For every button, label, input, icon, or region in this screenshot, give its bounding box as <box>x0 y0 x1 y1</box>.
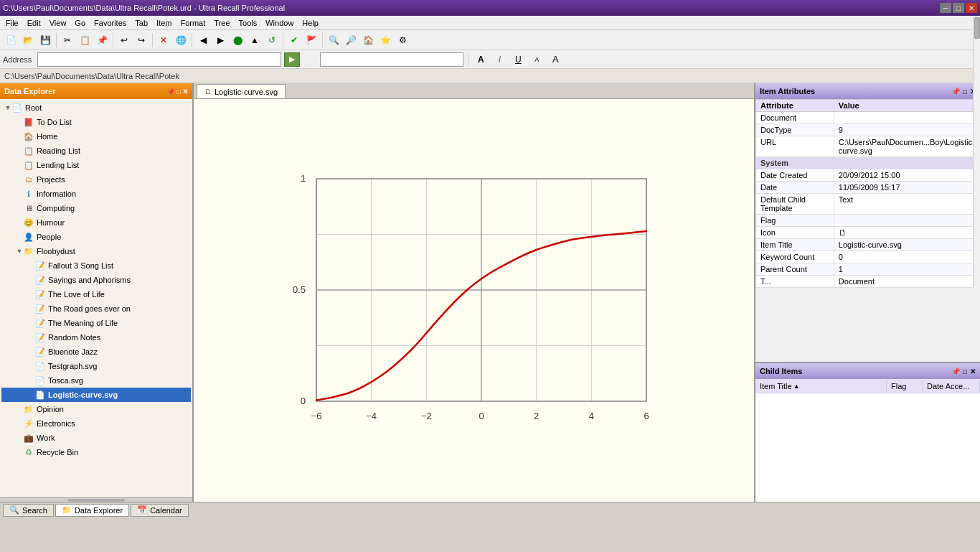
menu-item-file[interactable]: File <box>1 17 23 29</box>
attr-pin-btn[interactable]: 📌 <box>951 88 960 95</box>
secondary-input[interactable] <box>320 52 463 67</box>
menu-item-favorites[interactable]: Favorites <box>90 17 131 29</box>
tree-item-testgraph[interactable]: 📄Testgraph.svg <box>1 359 191 373</box>
expand-btn-loveoflife[interactable] <box>27 291 34 298</box>
underline-btn[interactable]: U <box>510 52 526 67</box>
tree-item-todo[interactable]: 📕To Do List <box>1 115 191 129</box>
font-size-btn2[interactable]: A <box>547 52 563 67</box>
expand-btn-todo[interactable] <box>16 118 23 126</box>
font-size-btn[interactable]: A <box>529 52 545 67</box>
open-button[interactable]: 📂 <box>20 32 36 48</box>
menu-item-view[interactable]: View <box>45 17 71 29</box>
copy-button[interactable]: 📋 <box>77 32 93 48</box>
tree-item-randomnotes[interactable]: 📝Random Notes <box>1 330 191 345</box>
zoom-out[interactable]: 🔎 <box>343 32 359 48</box>
address-go-button[interactable]: ▶ <box>284 52 300 67</box>
tree-item-projects[interactable]: 🗂Projects <box>1 172 191 187</box>
expand-btn-floobydust[interactable]: ▼ <box>16 248 23 255</box>
tree-item-recycle[interactable]: ♻Recycle Bin <box>1 445 191 459</box>
redo-button[interactable]: ↪ <box>133 32 149 48</box>
child-col-title[interactable]: Item Title ▲ <box>755 380 887 392</box>
active-tab[interactable]: 🗋 Logistic-curve.svg <box>197 84 286 98</box>
attr-float-btn[interactable]: □ <box>963 88 967 95</box>
bottom-tab-search[interactable]: 🔍Search <box>3 504 54 517</box>
nav-green[interactable]: ⬤ <box>230 32 245 48</box>
maximize-button[interactable]: □ <box>953 3 964 13</box>
expand-btn-computing[interactable] <box>16 205 23 212</box>
menu-item-item[interactable]: Item <box>152 17 176 29</box>
expand-btn-reading[interactable] <box>16 147 23 154</box>
expand-btn-work[interactable] <box>16 434 23 441</box>
address-input[interactable] <box>37 52 281 67</box>
tree-item-work[interactable]: 💼Work <box>1 431 191 445</box>
tree-item-people[interactable]: 👤People <box>1 230 191 244</box>
expand-btn-information[interactable] <box>16 190 23 197</box>
expand-btn-randomnotes[interactable] <box>27 334 34 341</box>
italic-btn[interactable]: I <box>491 52 507 67</box>
panel-close-btn[interactable]: ✕ <box>182 88 188 95</box>
panel-pin-btn[interactable]: 📌 <box>166 88 175 95</box>
expand-btn-lending[interactable] <box>16 162 23 169</box>
menu-item-tree[interactable]: Tree <box>209 17 234 29</box>
home-nav[interactable]: 🏠 <box>360 32 376 48</box>
expand-btn-tosca[interactable] <box>27 377 34 384</box>
menu-item-tab[interactable]: Tab <box>131 17 152 29</box>
child-float-btn[interactable]: □ <box>963 368 967 375</box>
tree-item-fallout[interactable]: 📝Fallout 3 Song List <box>1 258 191 273</box>
close-button[interactable]: ✕ <box>966 3 977 13</box>
new-button[interactable]: 📄 <box>3 32 19 48</box>
tree-item-logistic[interactable]: 📄Logistic-curve.svg <box>1 388 191 402</box>
tree-item-lending[interactable]: 📋Lending List <box>1 158 191 172</box>
back-button[interactable]: ◀ <box>195 32 211 48</box>
expand-btn-humour[interactable] <box>16 219 23 226</box>
expand-btn-logistic[interactable] <box>27 391 34 398</box>
tree-item-bluenote[interactable]: 📝Bluenote Jazz <box>1 345 191 359</box>
expand-btn-people[interactable] <box>16 233 23 240</box>
bottom-tab-data-explorer[interactable]: 📁Data Explorer <box>55 504 129 517</box>
undo-button[interactable]: ↩ <box>116 32 132 48</box>
bold-btn[interactable]: A <box>473 52 489 67</box>
cut-button[interactable]: ✂ <box>60 32 75 48</box>
expand-btn-roadgoes[interactable] <box>27 305 34 312</box>
child-pin-btn[interactable]: 📌 <box>951 368 960 375</box>
menu-item-window[interactable]: Window <box>261 17 298 29</box>
tree-item-floobydust[interactable]: ▼📁Floobydust <box>1 244 191 258</box>
menu-item-edit[interactable]: Edit <box>23 17 45 29</box>
tree-item-information[interactable]: ℹInformation <box>1 187 191 201</box>
expand-btn-bluenote[interactable] <box>27 348 34 355</box>
attr-scrollbar[interactable] <box>973 16 980 289</box>
panel-float-btn[interactable]: □ <box>176 88 181 95</box>
horizontal-scrollbar[interactable] <box>0 497 192 502</box>
tree-item-humour[interactable]: 😊Humour <box>1 215 191 230</box>
expand-btn-projects[interactable] <box>16 176 23 183</box>
tree-item-computing[interactable]: 🖥Computing <box>1 201 191 215</box>
minimize-button[interactable]: ─ <box>940 3 951 13</box>
expand-btn-opinion[interactable] <box>16 406 23 413</box>
web-button[interactable]: 🌐 <box>173 32 189 48</box>
child-col-date[interactable]: Date Acce... <box>923 380 980 392</box>
tree-item-sayings[interactable]: 📝Sayings and Aphorisms <box>1 273 191 287</box>
expand-btn-sayings[interactable] <box>27 276 34 284</box>
tree-item-tosca[interactable]: 📄Tosca.svg <box>1 373 191 388</box>
expand-btn-testgraph[interactable] <box>27 362 34 370</box>
paste-button[interactable]: 📌 <box>94 32 110 48</box>
bottom-tab-calendar[interactable]: 📅Calendar <box>131 504 189 517</box>
tree-item-reading[interactable]: 📋Reading List <box>1 144 191 158</box>
settings-btn[interactable]: ⚙ <box>395 32 410 48</box>
expand-btn-meaningoflife[interactable] <box>27 319 34 327</box>
forward-button[interactable]: ▶ <box>212 32 228 48</box>
tree-item-root[interactable]: ▼📄Root <box>1 100 191 115</box>
tree-item-electronics[interactable]: ⚡Electronics <box>1 416 191 431</box>
tree-item-meaningoflife[interactable]: 📝The Meaning of Life <box>1 316 191 330</box>
star-btn[interactable]: ⭐ <box>377 32 393 48</box>
nav-up[interactable]: ▲ <box>247 32 263 48</box>
check-button[interactable]: ✔ <box>286 32 302 48</box>
tree-item-home[interactable]: 🏠Home <box>1 129 191 144</box>
delete-button[interactable]: ✕ <box>156 32 171 48</box>
save-button[interactable]: 💾 <box>37 32 53 48</box>
menu-item-help[interactable]: Help <box>298 17 323 29</box>
expand-btn-home[interactable] <box>16 133 23 140</box>
tree-item-opinion[interactable]: 📁Opinion <box>1 402 191 416</box>
expand-btn-fallout[interactable] <box>27 262 34 269</box>
tree-item-loveoflife[interactable]: 📝The Love of Life <box>1 287 191 301</box>
